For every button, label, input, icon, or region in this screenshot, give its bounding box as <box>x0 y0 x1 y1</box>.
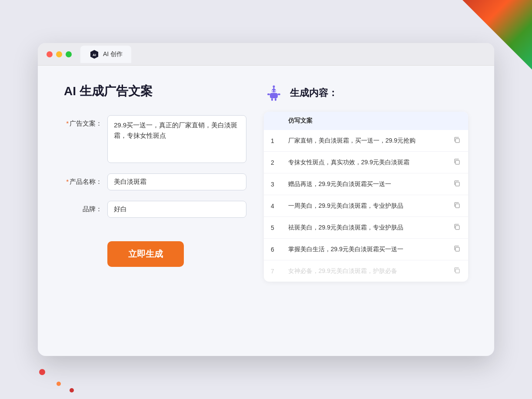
page-title: AI 生成广告文案 <box>64 83 246 100</box>
svg-point-7 <box>275 90 276 92</box>
table-row: 7女神必备，29.9元美白淡斑霜，护肤必备 <box>264 260 468 282</box>
row-number: 6 <box>264 239 281 260</box>
right-panel: 生成内容： 仿写文案 1厂家直销，美白淡斑霜，买一送一，29.9元抢购 2专抹女… <box>264 83 468 335</box>
traffic-lights <box>47 51 72 57</box>
row-number: 3 <box>264 173 281 195</box>
ad-copy-row: *广告文案： 29.9买一送一，真正的厂家直销，美白淡斑霜，专抹女性斑点 <box>64 115 246 163</box>
copy-cell <box>446 195 468 217</box>
brand-row: 品牌： 好白 <box>64 201 246 218</box>
ai-tab-icon: AI <box>89 49 100 60</box>
copy-button[interactable] <box>452 201 461 211</box>
table-header-row: 仿写文案 <box>264 112 468 130</box>
table-row: 4一周美白，29.9元美白淡斑霜，专业护肤品 <box>264 195 468 217</box>
svg-rect-11 <box>275 98 276 101</box>
brand-label: 品牌： <box>64 201 107 213</box>
maximize-button[interactable] <box>66 51 72 57</box>
product-name-label: *产品名称： <box>64 173 107 186</box>
left-panel: AI 生成广告文案 *广告文案： 29.9买一送一，真正的厂家直销，美白淡斑霜，… <box>64 83 246 335</box>
copy-button[interactable] <box>452 223 461 233</box>
table-row: 5祛斑美白，29.9元美白淡斑霜，专业护肤品 <box>264 217 468 239</box>
row-number: 7 <box>264 260 281 282</box>
product-name-row: *产品名称： 美白淡斑霜 <box>64 173 246 190</box>
svg-text:AI: AI <box>93 53 96 57</box>
copy-cell <box>446 239 468 260</box>
svg-rect-17 <box>456 247 459 251</box>
copy-cell <box>446 152 468 173</box>
svg-rect-10 <box>271 98 273 101</box>
svg-rect-15 <box>456 204 459 208</box>
row-number: 1 <box>264 130 281 152</box>
generate-button[interactable]: 立即生成 <box>107 241 184 267</box>
row-number: 2 <box>264 152 281 173</box>
required-star-product: * <box>66 178 69 185</box>
copy-button[interactable] <box>452 136 461 146</box>
svg-point-6 <box>272 90 273 92</box>
browser-window: AI AI 创作 AI 生成广告文案 *广告文案： 29.9买一送一，真正的厂家… <box>38 43 494 356</box>
row-text: 祛斑美白，29.9元美白淡斑霜，专业护肤品 <box>281 217 446 239</box>
results-table: 仿写文案 1厂家直销，美白淡斑霜，买一送一，29.9元抢购 2专抹女性斑点，真实… <box>264 112 468 282</box>
svg-rect-8 <box>267 93 270 95</box>
row-text: 女神必备，29.9元美白淡斑霜，护肤必备 <box>281 260 446 282</box>
decorative-dot-1 <box>39 369 45 375</box>
svg-point-4 <box>273 86 275 88</box>
svg-rect-12 <box>456 139 459 143</box>
svg-rect-14 <box>456 182 459 186</box>
copy-button[interactable] <box>452 266 461 276</box>
row-text: 专抹女性斑点，真实功效，29.9元美白淡斑霜 <box>281 152 446 173</box>
main-content: AI 生成广告文案 *广告文案： 29.9买一送一，真正的厂家直销，美白淡斑霜，… <box>38 66 494 352</box>
required-star-ad: * <box>66 120 69 127</box>
table-row: 3赠品再送，29.9元美白淡斑霜买一送一 <box>264 173 468 195</box>
row-number: 5 <box>264 217 281 239</box>
copy-cell <box>446 173 468 195</box>
col-text-header: 仿写文案 <box>281 112 446 130</box>
copy-cell <box>446 217 468 239</box>
result-title: 生成内容： <box>290 86 338 100</box>
brand-input[interactable]: 好白 <box>107 201 246 218</box>
col-copy-header <box>446 112 468 130</box>
row-text: 赠品再送，29.9元美白淡斑霜买一送一 <box>281 173 446 195</box>
table-row: 6掌握美白生活，29.9元美白淡斑霜买一送一 <box>264 239 468 260</box>
ad-copy-label: *广告文案： <box>64 115 107 128</box>
decorative-dot-3 <box>70 388 74 392</box>
row-text: 掌握美白生活，29.9元美白淡斑霜买一送一 <box>281 239 446 260</box>
close-button[interactable] <box>47 51 53 57</box>
tab-label: AI 创作 <box>103 50 123 58</box>
decorative-dot-2 <box>57 382 61 386</box>
col-num-header <box>264 112 281 130</box>
svg-rect-9 <box>278 93 280 95</box>
title-bar: AI AI 创作 <box>38 43 494 66</box>
svg-rect-5 <box>270 93 278 98</box>
ad-copy-input[interactable]: 29.9买一送一，真正的厂家直销，美白淡斑霜，专抹女性斑点 <box>107 115 246 163</box>
copy-button[interactable] <box>452 157 461 167</box>
tab-ai-creation[interactable]: AI AI 创作 <box>80 46 131 63</box>
copy-button[interactable] <box>452 179 461 189</box>
copy-cell <box>446 130 468 152</box>
row-number: 4 <box>264 195 281 217</box>
svg-rect-18 <box>456 269 459 273</box>
copy-cell <box>446 260 468 282</box>
table-row: 2专抹女性斑点，真实功效，29.9元美白淡斑霜 <box>264 152 468 173</box>
result-header: 生成内容： <box>264 83 468 103</box>
table-row: 1厂家直销，美白淡斑霜，买一送一，29.9元抢购 <box>264 130 468 152</box>
svg-rect-13 <box>456 160 459 164</box>
row-text: 厂家直销，美白淡斑霜，买一送一，29.9元抢购 <box>281 130 446 152</box>
svg-rect-16 <box>456 226 459 229</box>
product-name-input[interactable]: 美白淡斑霜 <box>107 173 246 190</box>
copy-button[interactable] <box>452 244 461 254</box>
row-text: 一周美白，29.9元美白淡斑霜，专业护肤品 <box>281 195 446 217</box>
minimize-button[interactable] <box>56 51 62 57</box>
robot-icon <box>264 83 284 103</box>
